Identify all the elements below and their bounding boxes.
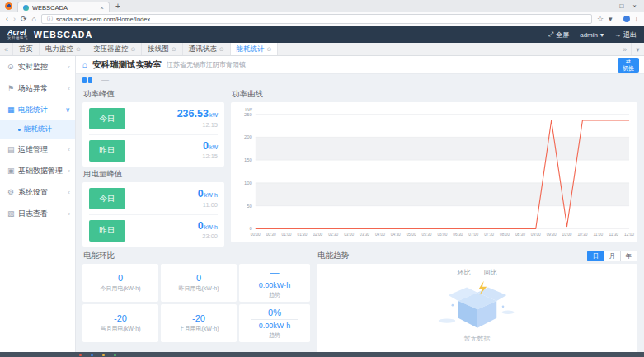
page-tab-close-icon[interactable]: ⊙: [130, 46, 135, 53]
sidebar-item-log-view[interactable]: ▧日志查看‹: [0, 203, 75, 224]
new-tab-button[interactable]: +: [115, 2, 120, 11]
trend-amount: 0.00kW·h: [259, 281, 291, 289]
page-tab-comm-status[interactable]: 通讯状态⊙: [183, 43, 231, 55]
indicator-bar[interactable]: [82, 77, 87, 83]
sidebar-item-system-settings[interactable]: ⚙系统设置‹: [0, 181, 75, 203]
switch-icon: ⇄: [626, 59, 631, 65]
svg-text:07:00: 07:00: [468, 233, 478, 237]
username: admin: [580, 31, 598, 39]
range-button-month[interactable]: 月: [604, 251, 621, 261]
energy-trend-title: 电能趋势: [317, 251, 349, 261]
refresh-icon[interactable]: ⟳: [21, 15, 27, 23]
sidebar-item-station-abnormal[interactable]: ⚑场站异常‹: [0, 78, 75, 99]
account-icon[interactable]: [623, 16, 630, 22]
page-tab-close-icon[interactable]: ⊙: [267, 46, 272, 53]
taskbar-icon[interactable]: [114, 354, 116, 356]
page-tab-label: 电力监控: [45, 45, 73, 54]
fullscreen-button[interactable]: ⤢ 全屏: [548, 31, 569, 40]
peak-readout: 0kW·h23:00: [198, 221, 218, 241]
taskbar-icon[interactable]: [91, 354, 93, 356]
compare-card-4: -20上月用电(kW·h): [161, 304, 237, 342]
page-tab-close-icon[interactable]: ⊙: [172, 46, 176, 53]
page-tab-wiring-diagram[interactable]: 接线图⊙: [142, 43, 182, 55]
svg-text:03:00: 03:00: [344, 233, 354, 237]
page-tab-home[interactable]: 首页: [13, 43, 40, 55]
back-icon[interactable]: ‹: [6, 15, 8, 23]
switch-station-button[interactable]: ⇄ 切换: [618, 58, 639, 73]
page-tab-power-monitoring[interactable]: 电力监控⊙: [40, 43, 87, 55]
legend-item[interactable]: 同比: [484, 268, 497, 277]
close-button[interactable]: ×: [632, 2, 637, 10]
energy-peak-title: 用电量峰值: [83, 169, 224, 180]
tabs-scroll-right-button[interactable]: »: [618, 43, 631, 55]
peak-readout: 236.53kW12:15: [177, 109, 218, 129]
building-icon: ⌂: [82, 60, 87, 69]
tabs-scroll-left-button[interactable]: «: [0, 43, 13, 55]
downloads-icon[interactable]: ↓: [635, 15, 639, 23]
browser-titlebar: WEBSCADA × + – □ ×: [0, 0, 644, 12]
power-peak-title: 功率峰值: [83, 89, 224, 100]
svg-text:00:00: 00:00: [251, 233, 261, 237]
compare-card-3: -20当月用电(kW·h): [82, 304, 158, 342]
chevron-icon: ‹: [68, 63, 70, 71]
page-tab-transformer-monitoring[interactable]: 变压器监控⊙: [87, 43, 142, 55]
shield-icon[interactable]: ⓘ: [47, 15, 53, 23]
sidebar-item-energy-statistics[interactable]: ▦电能统计∨: [0, 99, 75, 120]
url-bar[interactable]: ⓘ scada.acrel-eem.com/Home/Index: [41, 14, 592, 24]
compare-value: -20: [114, 313, 127, 323]
page-tab-strip: 首页电力监控⊙变压器监控⊙接线图⊙通讯状态⊙能耗统计⊙: [13, 43, 618, 55]
collapse-handle[interactable]: —: [101, 76, 109, 84]
page-tab-close-icon[interactable]: ⊙: [76, 46, 81, 53]
taskbar-icon[interactable]: [79, 354, 82, 356]
empty-box-illustration: [431, 278, 524, 334]
page-tab-label: 接线图: [148, 45, 169, 54]
page-tab-close-icon[interactable]: ⊙: [219, 46, 224, 53]
svg-text:04:30: 04:30: [391, 233, 401, 237]
logout-icon: →: [614, 31, 621, 39]
sidebar-item-realtime-monitoring[interactable]: ⊙实时监控‹: [0, 56, 75, 78]
caret-down-icon[interactable]: ▾: [609, 15, 613, 23]
energy-trend-panel: 环比同比: [317, 264, 637, 352]
svg-text:50: 50: [247, 204, 252, 209]
range-group: 日月年: [588, 251, 637, 261]
browser-tab[interactable]: WEBSCADA ×: [17, 2, 110, 12]
page-tab-label: 能耗统计: [237, 45, 265, 54]
svg-text:12:00: 12:00: [624, 233, 634, 237]
system-settings-icon: ⚙: [7, 188, 18, 196]
tabs-menu-button[interactable]: ▾: [631, 43, 644, 55]
bookmark-star-icon[interactable]: ☆: [597, 15, 604, 23]
maximize-button[interactable]: □: [619, 2, 623, 10]
logout-button[interactable]: → 退出: [614, 31, 637, 40]
compare-value: 0: [118, 273, 123, 283]
forward-icon[interactable]: ›: [13, 15, 16, 23]
legend-item[interactable]: 环比: [458, 268, 471, 277]
sidebar-item-label: 场站异常: [18, 83, 48, 94]
user-menu[interactable]: admin ▾: [580, 31, 604, 39]
indicator-bar[interactable]: [88, 77, 92, 83]
power-curve-chart: 050100150200250kW00:0000:3001:0001:3002:…: [233, 104, 636, 241]
fullscreen-icon: ⤢: [548, 31, 553, 39]
browser-navbar: ‹ › ⟳ ⌂ ⓘ scada.acrel-eem.com/Home/Index…: [0, 12, 644, 26]
range-button-day[interactable]: 日: [587, 251, 604, 261]
log-view-icon: ▧: [7, 209, 18, 218]
minimize-button[interactable]: –: [607, 2, 610, 10]
compare-label: 今日用电(kW·h): [101, 284, 141, 293]
tab-close-icon[interactable]: ×: [100, 4, 104, 12]
sidebar-item-basic-data-management[interactable]: ▣基础数据管理‹: [0, 160, 75, 181]
right-column: 功率曲线 050100150200250kW00:0000:3001:0001:…: [231, 87, 637, 247]
range-button-year[interactable]: 年: [620, 251, 637, 261]
sidebar-item-label: 运维管理: [18, 144, 48, 155]
peak-value: 0kW·h: [198, 221, 218, 232]
chevron-icon: ‹: [68, 189, 70, 196]
url-text: scada.acrel-eem.com/Home/Index: [56, 16, 150, 23]
home-icon[interactable]: ⌂: [32, 15, 36, 23]
sidebar-item-ops-management[interactable]: ▤运维管理‹: [0, 139, 75, 160]
page-tab-label: 首页: [19, 45, 33, 54]
peak-unit: kW·h: [204, 224, 218, 230]
page-tab-energy-stats[interactable]: 能耗统计⊙: [231, 43, 279, 55]
taskbar-icon[interactable]: [102, 354, 105, 356]
divider: [251, 279, 298, 279]
svg-text:06:30: 06:30: [453, 233, 463, 237]
sidebar-subitem-energy-consumption-stats[interactable]: 能耗统计: [0, 120, 75, 139]
svg-text:04:00: 04:00: [375, 233, 385, 237]
